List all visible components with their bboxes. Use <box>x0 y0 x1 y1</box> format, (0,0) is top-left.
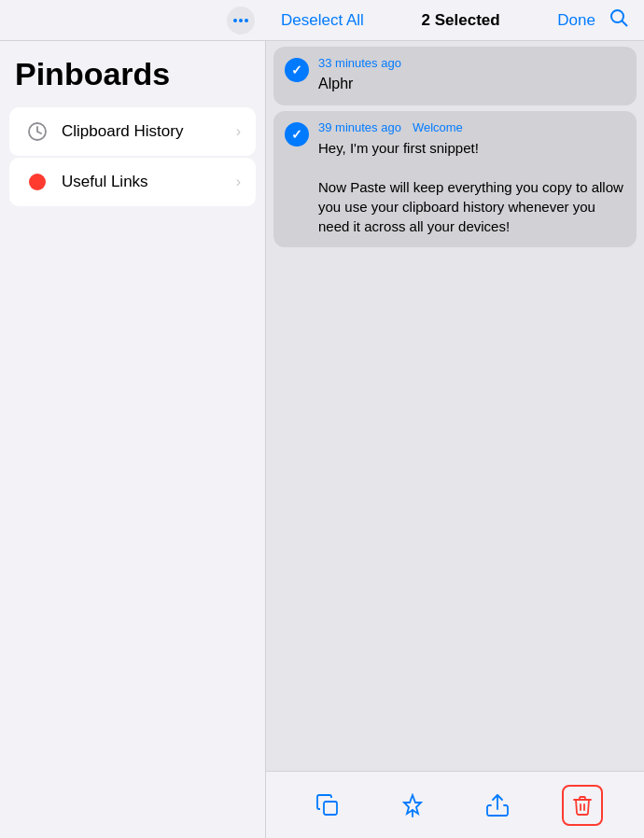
clip-item-1[interactable]: 33 minutes ago Alphr <box>273 47 637 105</box>
sidebar-title: Pinboards <box>0 49 265 107</box>
main-content: Pinboards Clipboard History › Useful Li <box>0 41 644 838</box>
top-bar: Deselect All 2 Selected Done <box>0 0 644 41</box>
clips-list: 33 minutes ago Alphr 39 minutes ago Welc… <box>266 41 644 771</box>
svg-point-2 <box>245 19 248 22</box>
clip-checkbox-2[interactable] <box>285 122 309 147</box>
done-button[interactable]: Done <box>557 11 595 30</box>
ellipsis-button[interactable] <box>227 7 255 35</box>
sidebar-item-useful-links[interactable]: Useful Links › <box>9 158 256 206</box>
clock-icon <box>24 119 50 145</box>
clip-tag-2: Welcome <box>413 120 463 134</box>
clip-text-2: Hey, I'm your first snippet!Now Paste wi… <box>318 138 625 236</box>
clip-time-1: 33 minutes ago <box>318 56 401 70</box>
clip-content-2: 39 minutes ago Welcome Hey, I'm your fir… <box>318 120 625 236</box>
sidebar-item-label-clipboard: Clipboard History <box>62 122 236 141</box>
svg-point-1 <box>239 19 243 22</box>
svg-line-4 <box>622 21 627 26</box>
delete-button[interactable] <box>562 785 603 826</box>
clip-text-1: Alphr <box>318 74 625 94</box>
dot-icon <box>24 169 50 195</box>
clip-meta-2: 39 minutes ago Welcome <box>318 120 625 134</box>
clip-item-2[interactable]: 39 minutes ago Welcome Hey, I'm your fir… <box>273 111 637 247</box>
pin-button[interactable] <box>392 785 433 826</box>
selected-count: 2 Selected <box>422 11 500 30</box>
sidebar-list: Clipboard History › Useful Links › <box>0 107 265 216</box>
clip-meta-1: 33 minutes ago <box>318 56 625 70</box>
svg-point-0 <box>233 19 237 22</box>
top-bar-center: Deselect All 2 Selected Done <box>266 7 644 34</box>
sidebar: Pinboards Clipboard History › Useful Li <box>0 41 266 838</box>
clip-checkbox-1[interactable] <box>285 58 309 82</box>
deselect-all-button[interactable]: Deselect All <box>281 11 364 30</box>
share-button[interactable] <box>477 785 518 826</box>
chevron-right-icon-2: › <box>236 174 241 190</box>
right-panel: 33 minutes ago Alphr 39 minutes ago Welc… <box>266 41 644 838</box>
bottom-toolbar <box>266 771 644 838</box>
search-icon[interactable] <box>609 7 629 34</box>
sidebar-item-clipboard-history[interactable]: Clipboard History › <box>9 107 256 156</box>
svg-rect-6 <box>324 802 337 815</box>
copy-button[interactable] <box>307 785 348 826</box>
clip-content-1: 33 minutes ago Alphr <box>318 56 625 94</box>
clip-time-2: 39 minutes ago <box>318 120 401 134</box>
top-bar-left <box>0 7 266 35</box>
chevron-right-icon: › <box>236 123 241 140</box>
svg-point-3 <box>611 10 623 22</box>
sidebar-item-label-useful-links: Useful Links <box>62 173 236 191</box>
